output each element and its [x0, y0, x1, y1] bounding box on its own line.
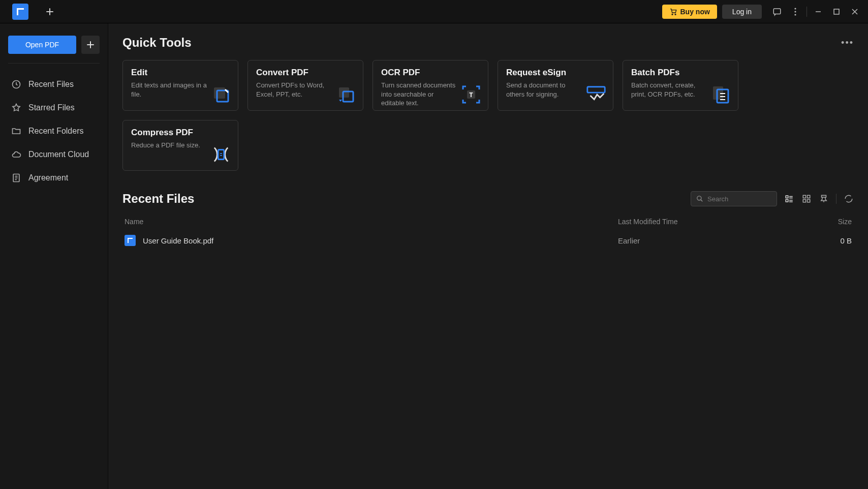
- feedback-icon[interactable]: [768, 3, 786, 21]
- svg-rect-9: [214, 87, 225, 99]
- recent-files-title: Recent Files: [122, 192, 194, 206]
- document-icon: [11, 173, 21, 183]
- tool-card-desc: Batch convert, create, print, OCR PDFs, …: [631, 81, 707, 99]
- title-bar: Buy now Log in: [0, 0, 868, 23]
- svg-rect-22: [803, 195, 805, 198]
- sidebar-item-label: Agreement: [28, 173, 68, 182]
- close-button[interactable]: [846, 3, 864, 21]
- tool-card-title: Compress PDF: [131, 128, 230, 138]
- svg-rect-25: [808, 200, 810, 202]
- quick-tools-title: Quick Tools: [122, 36, 192, 50]
- sidebar: Open PDF Recent Files Starred Files Rece…: [0, 23, 108, 489]
- sidebar-item-label: Recent Folders: [28, 127, 84, 136]
- tool-card-ocr[interactable]: OCR PDF Turn scanned documents into sear…: [373, 60, 488, 111]
- tool-card-desc: Turn scanned documents into searchable o…: [381, 81, 457, 108]
- open-pdf-label: Open PDF: [25, 41, 59, 49]
- compress-icon: [210, 144, 232, 165]
- sidebar-item-recent-folders[interactable]: Recent Folders: [8, 119, 100, 143]
- table-row[interactable]: User Guide Book.pdf Earlier 0 B: [122, 230, 854, 251]
- refresh-icon[interactable]: [844, 194, 854, 204]
- svg-rect-2: [773, 9, 781, 14]
- search-icon: [696, 195, 703, 202]
- grid-view-icon[interactable]: [801, 194, 812, 204]
- tool-card-title: Edit: [131, 68, 230, 78]
- app-logo: [12, 4, 28, 20]
- tool-card-compress[interactable]: Compress PDF Reduce a PDF file size.: [122, 120, 238, 171]
- svg-rect-20: [786, 196, 788, 198]
- svg-rect-11: [339, 87, 349, 98]
- edit-icon: [210, 84, 232, 105]
- star-icon: [11, 103, 21, 113]
- recent-table-header: Name Last Modified Time Size: [122, 213, 854, 230]
- batch-icon: [710, 84, 732, 105]
- tool-card-title: OCR PDF: [381, 68, 480, 78]
- svg-rect-18: [218, 149, 224, 159]
- sidebar-item-label: Starred Files: [28, 103, 75, 112]
- svg-rect-15: [587, 87, 605, 93]
- pin-icon[interactable]: [819, 194, 829, 204]
- svg-rect-6: [834, 9, 839, 14]
- clock-icon: [11, 79, 21, 89]
- file-name: User Guide Book.pdf: [143, 236, 213, 245]
- ocr-icon: T: [460, 84, 482, 105]
- tool-card-edit[interactable]: Edit Edit texts and images in a file.: [122, 60, 238, 111]
- login-label: Log in: [732, 8, 752, 16]
- open-pdf-button[interactable]: Open PDF: [8, 36, 76, 54]
- svg-rect-21: [786, 200, 788, 202]
- quick-tools-more-icon[interactable]: •••: [841, 38, 854, 48]
- sidebar-item-recent-files[interactable]: Recent Files: [8, 73, 100, 96]
- tool-card-batch[interactable]: Batch PDFs Batch convert, create, print,…: [623, 60, 738, 111]
- search-box[interactable]: [691, 191, 777, 206]
- svg-point-4: [794, 11, 796, 12]
- svg-point-3: [794, 8, 796, 9]
- convert-icon: [335, 84, 357, 105]
- cloud-icon: [11, 149, 21, 160]
- esign-icon: [585, 84, 607, 105]
- folder-icon: [11, 126, 21, 136]
- svg-point-0: [672, 14, 673, 15]
- file-size: 0 B: [811, 236, 852, 245]
- tool-card-title: Batch PDFs: [631, 68, 730, 78]
- file-modified: Earlier: [618, 236, 811, 245]
- sidebar-item-starred-files[interactable]: Starred Files: [8, 96, 100, 119]
- maximize-button[interactable]: [827, 3, 846, 21]
- svg-point-19: [697, 196, 701, 200]
- login-button[interactable]: Log in: [722, 5, 762, 19]
- create-pdf-button[interactable]: [81, 36, 100, 54]
- cart-icon: [669, 8, 677, 16]
- buy-now-label: Buy now: [680, 8, 710, 16]
- sidebar-item-label: Recent Files: [28, 80, 74, 89]
- svg-text:T: T: [469, 91, 473, 99]
- svg-rect-24: [803, 200, 805, 202]
- svg-point-5: [794, 14, 796, 15]
- main-content: Quick Tools ••• Edit Edit texts and imag…: [108, 23, 868, 489]
- tool-card-desc: Reduce a PDF file size.: [131, 141, 207, 150]
- pdf-file-icon: [125, 235, 136, 246]
- tool-card-esign[interactable]: Request eSign Send a document to others …: [498, 60, 613, 111]
- list-view-icon[interactable]: [784, 194, 794, 204]
- tool-card-convert[interactable]: Convert PDF Convert PDFs to Word, Excel,…: [247, 60, 363, 111]
- svg-point-1: [675, 14, 676, 15]
- sidebar-item-agreement[interactable]: Agreement: [8, 166, 100, 190]
- tool-card-title: Convert PDF: [256, 68, 355, 78]
- column-size[interactable]: Size: [811, 218, 852, 226]
- search-input[interactable]: [707, 195, 771, 203]
- sidebar-item-document-cloud[interactable]: Document Cloud: [8, 143, 100, 166]
- svg-rect-23: [808, 195, 810, 198]
- more-menu-icon[interactable]: [786, 3, 804, 21]
- minimize-button[interactable]: [809, 3, 827, 21]
- tool-card-desc: Edit texts and images in a file.: [131, 81, 207, 99]
- column-name[interactable]: Name: [125, 218, 618, 226]
- column-modified[interactable]: Last Modified Time: [618, 218, 811, 226]
- svg-rect-26: [822, 195, 826, 197]
- tool-card-title: Request eSign: [506, 68, 605, 78]
- buy-now-button[interactable]: Buy now: [662, 5, 717, 19]
- new-tab-button[interactable]: [43, 5, 57, 19]
- sidebar-item-label: Document Cloud: [28, 150, 89, 159]
- tool-card-desc: Convert PDFs to Word, Excel, PPT, etc.: [256, 81, 332, 99]
- tool-card-desc: Send a document to others for signing.: [506, 81, 582, 99]
